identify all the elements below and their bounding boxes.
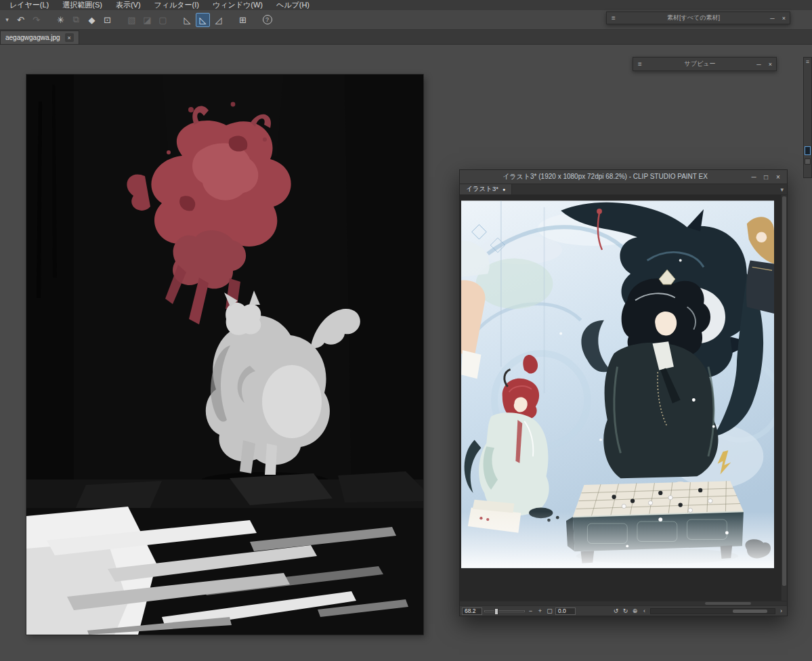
toolbar-dropdown-icon[interactable]: ▾ xyxy=(2,13,12,27)
menubar: レイヤー(L) 選択範囲(S) 表示(V) フィルター(I) ウィンドウ(W) … xyxy=(0,0,812,10)
reset-view-icon[interactable]: ⊕ xyxy=(631,607,639,614)
tab-illust3[interactable]: イラスト3* ● xyxy=(460,184,512,194)
scroll-left-icon[interactable]: ‹ xyxy=(641,607,648,614)
material-panel-title: 素材[すべての素材] xyxy=(620,14,767,22)
document-window-titlebar[interactable]: イラスト3* (1920 x 1080px 72dpi 68.2%) - CLI… xyxy=(460,170,787,184)
document-tab-strip: aegagwgagwa.jpg × xyxy=(0,30,812,45)
tab-list-chevron-icon[interactable]: ▾ xyxy=(777,186,787,193)
hamburger-icon[interactable]: ≡ xyxy=(607,14,620,22)
tab-close-icon[interactable]: × xyxy=(65,33,74,42)
close-icon[interactable]: × xyxy=(765,61,776,68)
modified-indicator: ● xyxy=(503,187,505,192)
snap-grid-icon[interactable]: ▢ xyxy=(156,13,170,27)
subview-panel-title: サブビュー xyxy=(647,60,753,68)
horizontal-scrollbar[interactable] xyxy=(460,601,787,605)
hamburger-icon[interactable]: ≡ xyxy=(806,58,809,66)
snap-special-ruler-icon[interactable]: ◪ xyxy=(140,13,154,27)
zoom-value-field[interactable]: 68.2 xyxy=(462,607,482,615)
fill-icon[interactable]: ◆ xyxy=(85,13,99,27)
help-glyph: ? xyxy=(263,15,272,24)
zoom-slider-thumb[interactable] xyxy=(494,608,498,615)
ruler-mode-icon[interactable]: ◺ xyxy=(180,13,194,27)
fit-screen-icon[interactable]: ▢ xyxy=(546,607,553,614)
subview-panel-titlebar[interactable]: ≡ サブビュー ─ × xyxy=(633,57,777,71)
horizontal-scrollbar-thumb[interactable] xyxy=(705,602,751,605)
close-icon[interactable]: × xyxy=(772,173,784,181)
vertical-scrollbar-thumb[interactable] xyxy=(782,196,786,586)
menu-help[interactable]: ヘルプ(H) xyxy=(270,0,316,10)
side-dock[interactable]: ≡ xyxy=(803,57,812,178)
rotate-right-icon[interactable]: ↻ xyxy=(622,607,629,614)
snap-ruler-icon[interactable]: ▧ xyxy=(125,13,139,27)
undo-icon[interactable]: ↶ xyxy=(14,13,28,27)
zoom-slider[interactable] xyxy=(484,610,525,612)
material-panel-titlebar[interactable]: ≡ 素材[すべての素材] ─ × xyxy=(606,12,790,24)
menu-layer[interactable]: レイヤー(L) xyxy=(3,0,56,10)
minimize-icon[interactable]: ─ xyxy=(748,173,760,181)
minimize-icon[interactable]: ─ xyxy=(767,15,778,22)
tab-aegagwgagwa[interactable]: aegagwgagwa.jpg × xyxy=(0,30,79,44)
dock-tool-icon[interactable] xyxy=(805,158,811,165)
zoom-in-icon[interactable]: + xyxy=(536,607,544,614)
vertical-scrollbar[interactable] xyxy=(781,195,787,601)
clip-studio-app: レイヤー(L) 選択範囲(S) 表示(V) フィルター(I) ウィンドウ(W) … xyxy=(0,0,812,661)
document-window: イラスト3* (1920 x 1080px 72dpi 68.2%) - CLI… xyxy=(459,169,788,616)
maximize-icon[interactable]: □ xyxy=(760,173,772,181)
crop-icon[interactable]: ⊡ xyxy=(100,13,114,27)
document-window-title: イラスト3* (1920 x 1080px 72dpi 68.2%) - CLI… xyxy=(463,172,748,182)
close-icon[interactable]: × xyxy=(778,15,790,22)
duplicate-icon[interactable]: ⧉ xyxy=(69,13,83,27)
help-icon[interactable]: ? xyxy=(260,13,274,27)
document-viewport xyxy=(460,195,787,601)
rotate-left-icon[interactable]: ↺ xyxy=(612,607,620,614)
minimize-icon[interactable]: ─ xyxy=(753,61,765,68)
document-window-tabrow: イラスト3* ● ▾ xyxy=(460,184,787,195)
tab-label: aegagwgagwa.jpg xyxy=(5,34,60,41)
color-swatch[interactable] xyxy=(805,146,811,155)
document-canvas-artwork[interactable] xyxy=(461,198,774,571)
zoom-out-icon[interactable]: − xyxy=(527,607,534,614)
timelapse-icon[interactable]: ✳ xyxy=(54,13,68,27)
tab-label: イラスト3* xyxy=(466,185,498,194)
menu-window[interactable]: ウィンドウ(W) xyxy=(206,0,270,10)
layout-grid-icon[interactable]: ⊞ xyxy=(236,13,250,27)
hamburger-icon[interactable]: ≡ xyxy=(633,60,647,68)
status-scrollbar[interactable] xyxy=(650,608,775,614)
rotation-value-field[interactable]: 0.0 xyxy=(555,607,576,615)
menu-selection[interactable]: 選択範囲(S) xyxy=(56,0,109,10)
main-canvas-artwork[interactable] xyxy=(26,74,423,635)
ruler-mode-active-icon[interactable]: ◺ xyxy=(196,13,210,27)
document-statusbar: 68.2 − + ▢ 0.0 ↺ ↻ ⊕ ‹ › xyxy=(460,605,787,616)
status-scrollbar-thumb[interactable] xyxy=(733,610,767,613)
menu-filter[interactable]: フィルター(I) xyxy=(148,0,206,10)
redo-icon[interactable]: ↷ xyxy=(29,13,43,27)
menu-view[interactable]: 表示(V) xyxy=(109,0,148,10)
scroll-right-icon[interactable]: › xyxy=(777,607,785,614)
ruler-mode-alt-icon[interactable]: ◿ xyxy=(211,13,226,27)
